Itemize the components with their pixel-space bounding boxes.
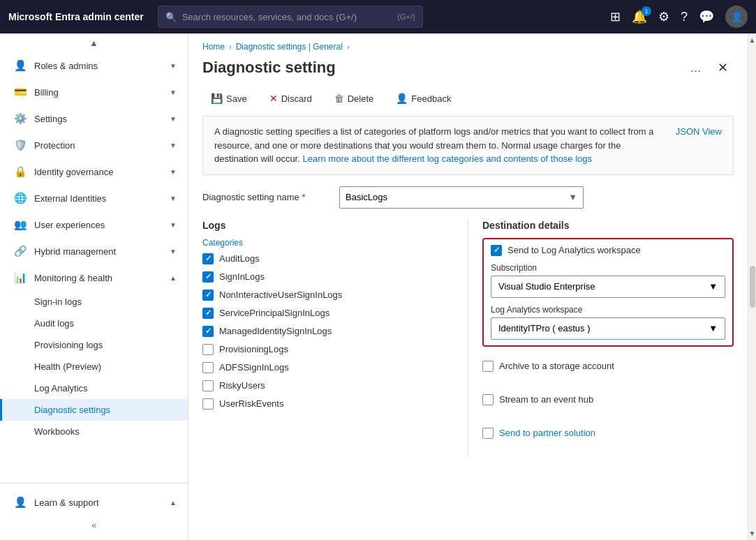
collapse-icon[interactable]: « (91, 520, 96, 530)
sidebar-item-roles[interactable]: 👤 Roles & admins ▼ (0, 52, 188, 79)
sidebar-sub-workbooks[interactable]: Workbooks (0, 421, 188, 442)
discard-button[interactable]: ✕ Discard (261, 89, 320, 107)
user-exp-icon: 👥 (13, 218, 27, 231)
provisioning-label[interactable]: ProvisioningLogs (219, 344, 288, 354)
workspace-chevron-icon: ▼ (709, 323, 718, 333)
user-risk-label[interactable]: UserRiskEvents (219, 398, 283, 409)
sidebar-sub-diagnostic-settings[interactable]: Diagnostic settings (0, 399, 188, 421)
service-principal-checkbox[interactable] (202, 308, 214, 319)
ellipsis-button[interactable]: ... (685, 58, 706, 78)
sidebar-sub-signin-logs[interactable]: Sign-in logs (0, 291, 188, 313)
setting-name-value: BasicLogs (346, 192, 387, 202)
partner-checkbox[interactable] (482, 428, 494, 439)
workspace-dropdown[interactable]: IdentityITPro ( eastus ) ▼ (491, 317, 725, 340)
managed-identity-label[interactable]: ManagedIdentitySignInLogs (219, 326, 332, 336)
service-principal-label[interactable]: ServicePrincipalSignInLogs (219, 308, 329, 318)
log-analytics-label[interactable]: Send to Log Analytics workspace (507, 245, 641, 255)
json-view-link[interactable]: JSON View (676, 125, 722, 139)
event-hub-label[interactable]: Stream to an event hub (499, 394, 593, 405)
subscription-dropdown[interactable]: Visual Studio Enterprise ▼ (491, 276, 725, 298)
log-analytics-checkbox-row: Send to Log Analytics workspace (491, 245, 725, 256)
managed-identity-checkbox[interactable] (202, 326, 214, 337)
identity-icon: 🔒 (13, 165, 27, 178)
chevron-icon: ▼ (170, 142, 177, 149)
audit-logs-row: AuditLogs (202, 253, 454, 264)
sidebar-item-label: Learn & support (34, 497, 170, 508)
feedback-icon[interactable]: 💬 (699, 9, 714, 24)
chevron-icon: ▼ (170, 195, 177, 202)
sidebar-scroll-down[interactable]: « (0, 516, 188, 534)
setting-name-input[interactable]: BasicLogs ▼ (339, 186, 584, 209)
partner-destination-option: Send to partner solution (482, 422, 734, 451)
sub-item-label: Health (Preview) (34, 361, 101, 372)
gear-icon[interactable]: ⚙ (658, 9, 669, 24)
delete-button[interactable]: 🗑 Delete (326, 89, 383, 107)
help-icon[interactable]: ? (681, 10, 688, 24)
provisioning-checkbox[interactable] (202, 344, 214, 355)
feedback-button[interactable]: 👤 Feedback (387, 89, 459, 107)
sidebar-item-hybrid[interactable]: 🔗 Hybrid management ▼ (0, 238, 188, 264)
search-box[interactable]: 🔍 (G+/) (158, 6, 423, 28)
info-learn-link[interactable]: Learn more about the different log categ… (302, 153, 592, 164)
storage-label[interactable]: Archive to a storage account (499, 361, 614, 371)
sidebar-sub-health[interactable]: Health (Preview) (0, 356, 188, 377)
sidebar: ▲ 👤 Roles & admins ▼ 💳 Billing ▼ ⚙️ Sett… (0, 33, 188, 540)
partner-label[interactable]: Send to partner solution (499, 428, 595, 438)
setting-name-row: Diagnostic setting name * BasicLogs ▼ (202, 186, 734, 209)
hybrid-icon: 🔗 (13, 245, 27, 257)
bell-icon[interactable]: 🔔 1 (632, 9, 647, 24)
risky-users-checkbox[interactable] (202, 380, 214, 391)
close-button[interactable]: ✕ (712, 57, 734, 78)
storage-checkbox[interactable] (482, 361, 494, 372)
sidebar-item-billing[interactable]: 💳 Billing ▼ (0, 79, 188, 105)
event-hub-checkbox[interactable] (482, 394, 494, 405)
sidebar-item-learn-support[interactable]: 👤 Learn & support ▲ (0, 489, 188, 516)
sidebar-item-external[interactable]: 🌐 External Identities ▼ (0, 185, 188, 211)
breadcrumb-diagnostic[interactable]: Diagnostic settings | General (236, 42, 343, 52)
save-button[interactable]: 💾 Save (202, 89, 255, 107)
sidebar-item-label: External Identities (34, 193, 170, 204)
sidebar-item-monitoring[interactable]: 📊 Monitoring & health ▲ (0, 264, 188, 291)
scroll-down-indicator[interactable]: ▼ (749, 530, 756, 537)
event-hub-checkbox-row: Stream to an event hub (482, 394, 734, 405)
signin-logs-label[interactable]: SignInLogs (219, 271, 265, 282)
adfs-label[interactable]: ADFSSignInLogs (219, 362, 289, 373)
noninteractive-checkbox[interactable] (202, 290, 214, 301)
noninteractive-label[interactable]: NonInteractiveUserSignInLogs (219, 290, 342, 300)
sidebar-item-label: User experiences (34, 220, 170, 230)
adfs-checkbox[interactable] (202, 362, 214, 373)
page-header: Diagnostic setting ... ✕ (188, 52, 748, 89)
search-input[interactable] (182, 12, 392, 22)
sub-item-label: Log Analytics (34, 383, 88, 393)
audit-logs-checkbox[interactable] (202, 253, 214, 264)
signin-logs-checkbox[interactable] (202, 271, 214, 283)
grid-icon[interactable]: ⊞ (610, 9, 621, 24)
chevron-icon: ▼ (170, 62, 177, 70)
sidebar-item-identity[interactable]: 🔒 Identity governance ▼ (0, 158, 188, 185)
sidebar-sub-audit-logs[interactable]: Audit logs (0, 313, 188, 334)
scroll-thumb[interactable] (750, 266, 755, 308)
breadcrumb-sep-2: › (347, 43, 350, 51)
scrollbar[interactable]: ▲ ▼ (748, 33, 756, 540)
scroll-up-indicator[interactable]: ▲ (749, 36, 756, 44)
sidebar-sub-log-analytics[interactable]: Log Analytics (0, 377, 188, 399)
notification-badge: 1 (642, 6, 651, 16)
breadcrumb-home[interactable]: Home (202, 42, 225, 52)
risky-users-label[interactable]: RiskyUsers (219, 380, 265, 391)
managed-identity-row: ManagedIdentitySignInLogs (202, 326, 454, 337)
sidebar-item-label: Hybrid management (34, 246, 170, 257)
user-risk-checkbox[interactable] (202, 398, 214, 410)
sidebar-item-protection[interactable]: 🛡️ Protection ▼ (0, 132, 188, 158)
sidebar-scroll-up[interactable]: ▲ (0, 33, 188, 52)
audit-logs-label[interactable]: AuditLogs (219, 253, 260, 264)
page-title: Diagnostic setting (202, 59, 336, 77)
sidebar-item-user-exp[interactable]: 👥 User experiences ▼ (0, 211, 188, 238)
provisioning-row: ProvisioningLogs (202, 344, 454, 355)
sidebar-item-settings[interactable]: ⚙️ Settings ▼ (0, 105, 188, 132)
destination-column: Destination details Send to Log Analytic… (468, 220, 734, 456)
top-navigation: Microsoft Entra admin center 🔍 (G+/) ⊞ 🔔… (0, 0, 756, 33)
categories-label: Categories (202, 238, 454, 248)
log-analytics-checkbox[interactable] (491, 245, 502, 256)
user-avatar[interactable]: 👤 (725, 6, 748, 28)
sidebar-sub-provisioning-logs[interactable]: Provisioning logs (0, 334, 188, 356)
